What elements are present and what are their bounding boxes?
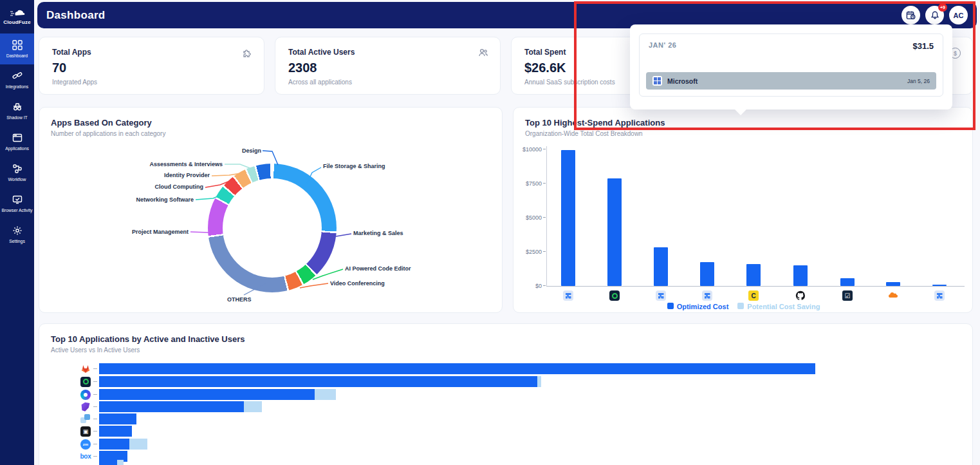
card-title: Total Active Users [288, 48, 487, 57]
stat-card-active-users: Total Active Users 2308 Across all appli… [275, 37, 501, 95]
sidebar-item-workflow[interactable]: Workflow [0, 157, 34, 188]
sidebar-item-label: Settings [9, 239, 25, 245]
popup-app-row[interactable]: Microsoft Jan 5, 26 [646, 72, 936, 90]
y-axis-tick-label: $7500 [516, 180, 542, 187]
users-icon [478, 48, 488, 61]
donut-label-video-conferencing: Video Conferencing [330, 280, 385, 287]
generic-app-icon [656, 290, 666, 301]
microsoft-icon [652, 76, 662, 86]
spend-bar[interactable] [561, 150, 575, 286]
calendar-clock-button[interactable] [901, 6, 920, 24]
donut-label-cloud-computing: Cloud Computing [155, 184, 203, 190]
card-title: Total Apps [52, 48, 251, 57]
puzzle-apps-icon [242, 48, 252, 61]
card-value: 70 [52, 61, 251, 75]
cloud-logo-icon [9, 9, 26, 18]
spend-bar[interactable] [886, 282, 900, 286]
navy-checkbox-app-icon: ☑ [842, 290, 853, 301]
y-axis-tick-label: $5000 [516, 214, 542, 221]
dashboard-grid-icon [12, 39, 23, 51]
donut-label-assessments: Assessments & Interviews [149, 161, 223, 167]
cloudflare-icon [888, 290, 898, 301]
yellow-c-app-icon: C [748, 290, 759, 301]
spend-bar[interactable] [840, 278, 855, 286]
popup-amount: $31.5 [912, 41, 934, 51]
box-icon: box [79, 453, 92, 460]
hbar-row[interactable]: ▣ [79, 426, 132, 437]
spend-detail-popup: JAN' 26 $31.5 Microsoft Jan 5, 26 [630, 24, 952, 109]
donut-label-project-management: Project Management [132, 229, 189, 235]
spend-bar[interactable] [932, 285, 947, 286]
sidebar-item-shadow-it[interactable]: Shadow IT [0, 95, 34, 126]
active-users-panel: Top 10 Applications by Active and Inacti… [39, 323, 973, 465]
avatar-initials: AC [954, 12, 964, 19]
swirl-gradient-app-icon [79, 390, 92, 400]
hbar-row[interactable] [79, 389, 336, 400]
settings-gear-icon [12, 225, 23, 236]
github-icon [795, 290, 806, 301]
donut-leader-lines [39, 108, 503, 314]
spend-bar[interactable] [793, 265, 808, 286]
donut-label-file-storage: File Storage & Sharing [323, 163, 385, 169]
spend-bar[interactable] [654, 247, 668, 286]
sidebar-item-label: Shadow IT [6, 115, 28, 121]
donut-label-identity-provider: Identity Provider [164, 172, 210, 178]
y-axis-tick-label: $2500 [516, 249, 542, 255]
generic-app-icon [702, 290, 712, 301]
sidebar-item-label: Workflow [8, 177, 26, 183]
popup-month: JAN' 26 [649, 41, 676, 51]
sidebar-item-applications[interactable]: Applications [0, 126, 34, 157]
category-donut-chart[interactable]: Design Assessments & Interviews Identity… [39, 108, 503, 314]
sidebar-item-settings[interactable]: Settings [0, 219, 34, 250]
blue-squares-app-icon [79, 414, 92, 424]
workflow-nodes-icon [12, 163, 23, 175]
browser-activity-monitor-icon [12, 194, 23, 205]
sidebar-item-dashboard[interactable]: Dashboard [0, 33, 34, 64]
notifications-button[interactable]: +9 [925, 6, 944, 24]
cloudfuze-logo[interactable]: CloudFuze [0, 0, 34, 33]
shadow-it-spy-icon [12, 101, 23, 113]
green-ring-app-icon [609, 290, 620, 301]
hbar-row[interactable] [79, 376, 541, 387]
sidebar: CloudFuze Dashboard Integrations Shadow … [0, 0, 34, 465]
y-axis-tick-label: $10000 [516, 146, 542, 153]
hbar-row[interactable] [79, 363, 815, 374]
partial-app-icon [79, 460, 92, 465]
sidebar-item-integrations[interactable]: Integrations [0, 64, 34, 95]
spend-bar[interactable] [607, 178, 622, 286]
card-subtitle: Across all applications [288, 79, 487, 86]
donut-label-design: Design [242, 147, 261, 154]
integrations-link-icon [12, 70, 23, 82]
sidebar-item-label: Applications [5, 146, 29, 152]
users-hbar-chart[interactable]: ▣ zm box [39, 324, 974, 465]
sidebar-item-label: Integrations [6, 84, 29, 90]
card-value: 2308 [288, 61, 487, 75]
bell-icon [930, 10, 939, 20]
donut-label-ai-code-editor: AI Powered Code Editor [345, 265, 411, 272]
spend-bar[interactable] [700, 262, 714, 286]
donut-label-networking-software: Networking Software [136, 196, 194, 203]
spend-bar[interactable] [746, 264, 761, 286]
black-cube-app-icon: ▣ [79, 426, 92, 437]
hbar-row[interactable]: zm [79, 439, 147, 450]
stat-card-total-apps: Total Apps 70 Integrated Apps [39, 37, 264, 95]
apps-by-category-panel: Apps Based On Category Number of applica… [39, 107, 503, 313]
avatar[interactable]: AC [949, 6, 968, 24]
top-spend-panel: Top 10 Highest-Spend Applications Organi… [513, 107, 973, 313]
legend-optimized-cost: Optimized Cost [667, 303, 729, 310]
green-ring-app-icon [79, 377, 92, 387]
hbar-row[interactable] [79, 413, 136, 424]
hbar-row[interactable] [79, 460, 124, 465]
applications-window-icon [12, 132, 23, 144]
gitlab-icon [79, 364, 92, 374]
generic-app-icon [563, 290, 573, 301]
popup-app-date: Jan 5, 26 [907, 78, 930, 84]
spend-legend: Optimized Cost Potential Cost Saving [513, 303, 974, 310]
logo-text: CloudFuze [3, 19, 31, 25]
sidebar-item-browser-activity[interactable]: Browser Activity [0, 188, 34, 219]
spend-bar-chart[interactable]: $0$2500$5000$7500$10000 C ☑ Optimized Co… [513, 108, 974, 314]
donut-label-marketing-sales: Marketing & Sales [353, 230, 403, 236]
y-axis-tick-label: $0 [516, 283, 542, 289]
hbar-row[interactable] [79, 401, 262, 412]
zoom-icon: zm [79, 439, 92, 450]
